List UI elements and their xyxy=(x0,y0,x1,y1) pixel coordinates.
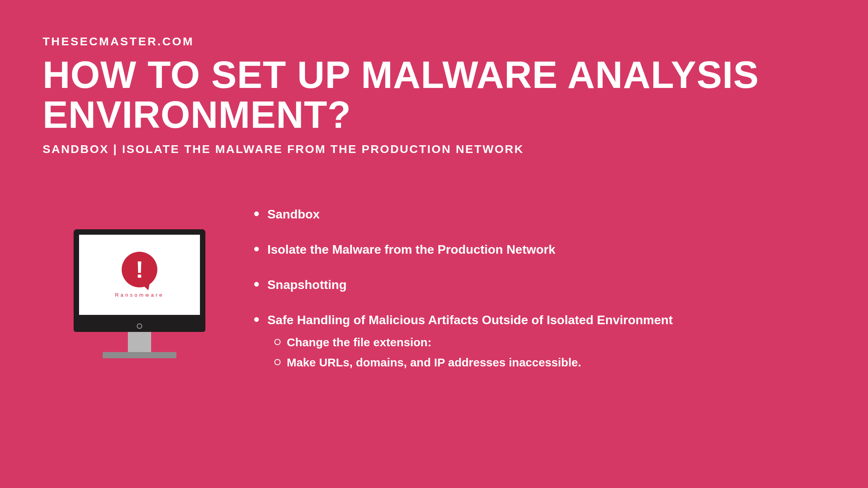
ransomware-label: Ransomware xyxy=(115,292,164,298)
alert-bubble-icon: ! xyxy=(122,252,157,287)
bullet-list: Sandbox Isolate the Malware from the Pro… xyxy=(252,206,829,371)
monitor-screen: ! Ransomware xyxy=(79,235,200,315)
exclamation-icon: ! xyxy=(136,258,144,282)
list-item: Isolate the Malware from the Production … xyxy=(252,241,829,258)
sub-list-item: Make URLs, domains, and IP addresses ina… xyxy=(267,354,829,371)
monitor-illustration: ! Ransomware xyxy=(43,206,236,358)
list-item: Safe Handling of Malicious Artifacts Out… xyxy=(252,312,829,370)
list-item-text: Snapshotting xyxy=(267,278,346,292)
sub-list-item-text: Make URLs, domains, and IP addresses ina… xyxy=(287,356,581,369)
sub-list-item-text: Change the file extension: xyxy=(287,336,431,349)
monitor-bezel: ! Ransomware xyxy=(74,229,205,320)
bullet-list-container: Sandbox Isolate the Malware from the Pro… xyxy=(236,206,829,389)
list-item: Snapshotting xyxy=(252,277,829,293)
sub-list-item: Change the file extension: xyxy=(267,334,829,351)
list-item-text: Safe Handling of Malicious Artifacts Out… xyxy=(267,313,673,327)
list-item-text: Sandbox xyxy=(267,207,320,221)
monitor-neck xyxy=(128,332,151,352)
monitor-base xyxy=(103,352,176,358)
monitor-icon: ! Ransomware xyxy=(74,229,205,358)
power-icon xyxy=(137,323,142,329)
list-item: Sandbox xyxy=(252,206,829,223)
sub-bullet-list: Change the file extension: Make URLs, do… xyxy=(267,334,829,371)
list-item-text: Isolate the Malware from the Production … xyxy=(267,242,555,256)
page-title: HOW TO SET UP MALWARE ANALYSIS ENVIRONME… xyxy=(43,55,829,135)
content-row: ! Ransomware Sandbox Isolate the Malware… xyxy=(43,206,829,389)
monitor-chin xyxy=(74,320,205,332)
site-label: THESECMASTER.COM xyxy=(43,35,829,48)
slide: THESECMASTER.COM HOW TO SET UP MALWARE A… xyxy=(0,0,868,488)
bubble-tail-icon xyxy=(143,282,152,291)
subtitle: SANDBOX | ISOLATE THE MALWARE FROM THE P… xyxy=(43,143,829,156)
